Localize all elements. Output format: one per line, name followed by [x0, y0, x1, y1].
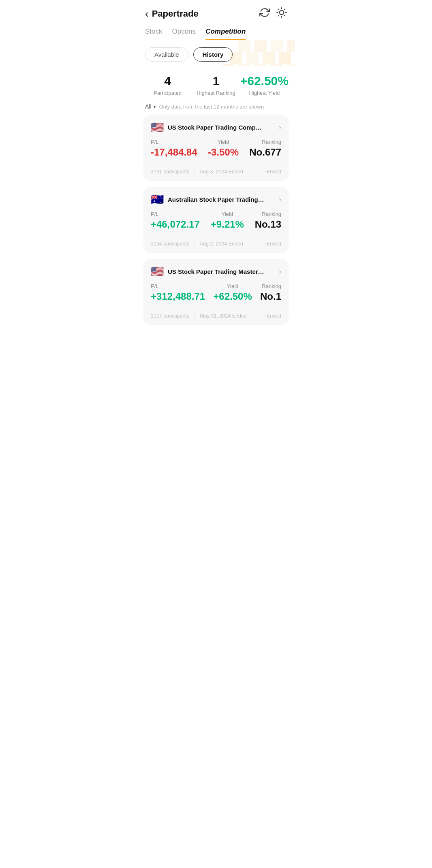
- ranking-metric-3: Ranking No.1: [260, 283, 281, 302]
- card-title-row-2: 🇦🇺 Australian Stock Paper Trading Compet…: [151, 194, 265, 205]
- svg-rect-12: [271, 64, 283, 66]
- participated-value: 4: [143, 74, 192, 88]
- ranking-label-2: Ranking: [255, 211, 281, 217]
- ranking-value-3: No.1: [260, 291, 281, 302]
- history-filter-button[interactable]: History: [193, 47, 233, 62]
- chevron-right-icon-2: ›: [279, 195, 281, 204]
- highest-yield-value: +62.50%: [240, 74, 289, 88]
- card-status-1: · Ended: [264, 169, 281, 175]
- yield-value-1: -3.50%: [208, 147, 239, 158]
- pl-label-2: P/L: [151, 211, 200, 217]
- filter-note: Only data from the last 12 months are sh…: [159, 104, 264, 110]
- all-filter-dropdown[interactable]: All ▼: [145, 103, 156, 110]
- theme-icon[interactable]: [276, 7, 287, 20]
- tab-competition[interactable]: Competition: [205, 28, 246, 40]
- chevron-right-icon-3: ›: [279, 267, 281, 276]
- card-footer-3: 1117 participants | May 31, 2024 Ended ·…: [151, 313, 281, 319]
- svg-rect-19: [238, 40, 250, 52]
- pl-label-1: P/L: [151, 139, 197, 145]
- header-icons: [259, 7, 287, 20]
- svg-line-8: [284, 9, 285, 10]
- card-participants-1: 3191 participants | Aug 3, 2024 Ended: [151, 169, 243, 175]
- stats-row: 4 Participated 1 Highest Ranking +62.50%…: [137, 66, 295, 100]
- card-header-3: 🇺🇸 US Stock Paper Trading Masters Champi…: [151, 266, 281, 277]
- available-filter-button[interactable]: Available: [145, 47, 188, 62]
- tab-bar: Stock Options Competition: [137, 24, 295, 40]
- card-divider-2: [151, 236, 281, 236]
- stat-participated: 4 Participated: [143, 74, 192, 96]
- svg-rect-21: [271, 40, 283, 52]
- pl-metric-3: P/L +312,488.71: [151, 283, 205, 302]
- ranking-value-1: No.677: [249, 147, 281, 158]
- flag-icon-au: 🇦🇺: [151, 194, 164, 205]
- card-participants-2: 3134 participants | Aug 2, 2024 Ended: [151, 241, 243, 247]
- svg-line-4: [284, 15, 285, 16]
- pl-metric-2: P/L +46,072.17: [151, 211, 200, 230]
- svg-line-7: [278, 15, 279, 16]
- card-status-3: · Ended: [264, 313, 281, 319]
- participated-label: Participated: [143, 90, 192, 96]
- filter-row: Available History: [137, 40, 295, 66]
- pl-value-1: -17,484.84: [151, 147, 197, 158]
- card-participants-3: 1117 participants | May 31, 2024 Ended: [151, 313, 247, 319]
- svg-line-3: [278, 9, 279, 10]
- header: ‹ Papertrade: [137, 0, 295, 24]
- competition-card-2[interactable]: 🇦🇺 Australian Stock Paper Trading Compet…: [143, 187, 289, 253]
- card-title-2: Australian Stock Paper Trading Competiti…: [168, 196, 265, 203]
- svg-rect-11: [254, 64, 267, 66]
- ranking-metric-2: Ranking No.13: [255, 211, 281, 230]
- highest-yield-label: Highest Yield: [240, 90, 289, 96]
- page-title: Papertrade: [152, 9, 199, 19]
- tab-options[interactable]: Options: [172, 28, 196, 40]
- stat-highest-ranking: 1 Highest Ranking: [192, 74, 240, 96]
- competition-card-3[interactable]: 🇺🇸 US Stock Paper Trading Masters Champi…: [143, 259, 289, 325]
- chevron-right-icon-1: ›: [279, 123, 281, 132]
- card-status-2: · Ended: [264, 241, 281, 247]
- card-title-1: US Stock Paper Trading Competition: [168, 124, 265, 131]
- yield-value-3: +62.50%: [213, 291, 252, 302]
- ranking-label-3: Ranking: [260, 283, 281, 289]
- ranking-value-2: No.13: [255, 219, 281, 230]
- svg-rect-16: [263, 52, 275, 64]
- stat-highest-yield: +62.50% Highest Yield: [240, 74, 289, 96]
- back-button[interactable]: ‹: [145, 9, 149, 19]
- card-metrics-2: P/L +46,072.17 Yield +9.21% Ranking No.1…: [151, 211, 281, 230]
- all-label: All: [145, 103, 152, 110]
- svg-rect-13: [287, 64, 295, 66]
- pl-metric-1: P/L -17,484.84: [151, 139, 197, 158]
- pl-value-2: +46,072.17: [151, 219, 200, 230]
- yield-label-1: Yield: [208, 139, 239, 145]
- card-header-2: 🇦🇺 Australian Stock Paper Trading Compet…: [151, 194, 281, 205]
- pl-label-3: P/L: [151, 283, 205, 289]
- ranking-label-1: Ranking: [249, 139, 281, 145]
- card-title-row-1: 🇺🇸 US Stock Paper Trading Competition: [151, 122, 265, 132]
- filter-info-row: All ▼ Only data from the last 12 months …: [137, 100, 295, 115]
- svg-point-0: [280, 11, 284, 15]
- svg-rect-20: [254, 40, 267, 52]
- svg-rect-17: [279, 52, 291, 64]
- svg-rect-9: [222, 64, 234, 66]
- highest-ranking-label: Highest Ranking: [192, 90, 240, 96]
- card-footer-1: 3191 participants | Aug 3, 2024 Ended · …: [151, 169, 281, 175]
- tab-stock[interactable]: Stock: [145, 28, 163, 40]
- competition-card-1[interactable]: 🇺🇸 US Stock Paper Trading Competition › …: [143, 115, 289, 181]
- card-metrics-1: P/L -17,484.84 Yield -3.50% Ranking No.6…: [151, 139, 281, 158]
- svg-rect-15: [246, 52, 259, 64]
- card-divider-3: [151, 308, 281, 308]
- competition-cards-list: 🇺🇸 US Stock Paper Trading Competition › …: [137, 115, 295, 337]
- ranking-metric-1: Ranking No.677: [249, 139, 281, 158]
- card-divider-1: [151, 164, 281, 164]
- flag-icon-us-1: 🇺🇸: [151, 122, 164, 132]
- yield-metric-2: Yield +9.21%: [211, 211, 244, 230]
- flag-icon-us-3: 🇺🇸: [151, 266, 164, 277]
- card-title-3: US Stock Paper Trading Masters Champion.…: [168, 268, 265, 275]
- card-title-row-3: 🇺🇸 US Stock Paper Trading Masters Champi…: [151, 266, 265, 277]
- yield-label-3: Yield: [213, 283, 252, 289]
- svg-rect-22: [287, 40, 295, 52]
- yield-label-2: Yield: [211, 211, 244, 217]
- svg-rect-10: [238, 64, 250, 66]
- sync-icon[interactable]: [259, 7, 270, 20]
- dropdown-icon: ▼: [153, 105, 157, 109]
- card-footer-2: 3134 participants | Aug 2, 2024 Ended · …: [151, 241, 281, 247]
- highest-ranking-value: 1: [192, 74, 240, 88]
